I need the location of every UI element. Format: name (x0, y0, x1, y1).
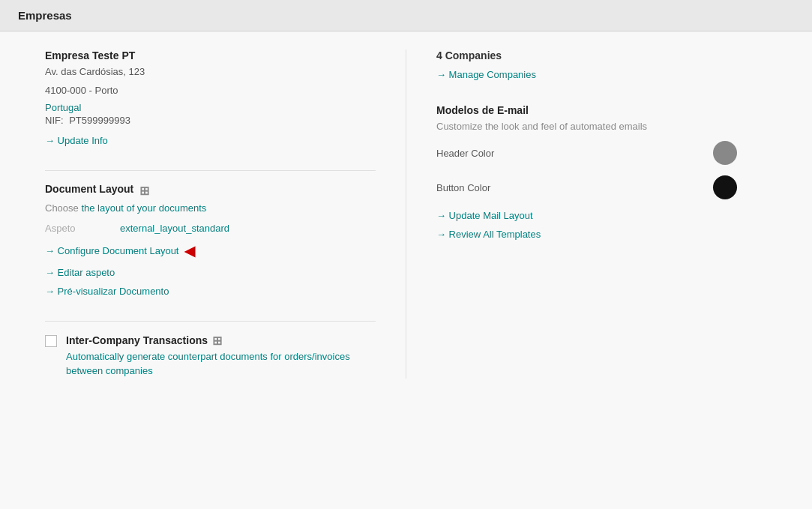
manage-companies-link[interactable]: → Manage Companies (436, 69, 767, 80)
inter-company-title: Inter-Company Transactions ⊞ (66, 334, 376, 348)
document-layout-subtitle: Choose the layout of your documents (45, 202, 376, 214)
company-address-line2: 4100-000 - Porto (45, 83, 376, 99)
layout-subtitle-link: the layout of your documents (81, 202, 206, 214)
document-layout-title-row: Document Layout ⊞ (45, 183, 376, 199)
company-nif: NIF: PT599999993 (45, 115, 376, 126)
editar-aspeto-link[interactable]: → Editar aspeto (45, 267, 376, 278)
company-address-line1: Av. das Cardósias, 123 (45, 64, 376, 80)
email-templates-title: Modelos de E-mail (436, 104, 767, 116)
aspeto-label: Aspeto (45, 223, 105, 234)
inter-company-description: Automatically generate counterpart docum… (66, 349, 376, 379)
update-info-link[interactable]: → Update Info (45, 135, 376, 146)
inter-company-text: Inter-Company Transactions ⊞ Automatical… (66, 334, 376, 379)
button-color-swatch[interactable] (713, 175, 737, 199)
company-name: Empresa Teste PT (45, 49, 376, 61)
inter-company-title-text: Inter-Company Transactions (66, 334, 208, 346)
page-header: Empresas (0, 0, 812, 31)
review-all-templates-link[interactable]: → Review All Templates (436, 229, 767, 240)
pre-visualizar-link[interactable]: → Pré-visualizar Documento (45, 286, 376, 297)
page-content: Empresa Teste PT Av. das Cardósias, 123 … (0, 31, 812, 397)
update-mail-layout-link[interactable]: → Update Mail Layout (436, 210, 767, 221)
header-color-swatch[interactable] (713, 141, 737, 165)
grid-icon: ⊞ (139, 184, 149, 198)
nif-label: NIF: (45, 115, 64, 126)
header-color-label: Header Color (436, 148, 494, 159)
companies-section: 4 Companies → Manage Companies (436, 49, 767, 80)
inter-company-grid-icon: ⊞ (212, 334, 222, 348)
aspeto-value: external_layout_standard (120, 223, 229, 234)
document-layout-section: Document Layout ⊞ Choose the layout of y… (45, 183, 376, 297)
inter-company-checkbox[interactable] (45, 335, 57, 347)
nif-value: PT599999993 (69, 115, 130, 126)
red-arrow-icon: ◀ (184, 243, 195, 259)
companies-count: 4 Companies (436, 49, 767, 61)
divider-2 (45, 321, 376, 322)
email-templates-section: Modelos de E-mail Customize the look and… (436, 104, 767, 240)
configure-link-row: → Configure Document Layout ◀ (45, 243, 376, 259)
document-layout-title: Document Layout (45, 183, 133, 195)
configure-document-layout-link[interactable]: → Configure Document Layout (45, 245, 178, 256)
page-title: Empresas (18, 9, 72, 22)
button-color-label: Button Color (436, 182, 490, 193)
left-column: Empresa Teste PT Av. das Cardósias, 123 … (45, 49, 406, 379)
company-info-section: Empresa Teste PT Av. das Cardósias, 123 … (45, 49, 376, 146)
aspeto-row: Aspeto external_layout_standard (45, 223, 376, 234)
company-country: Portugal (45, 102, 376, 113)
divider-1 (45, 170, 376, 171)
inter-company-section: Inter-Company Transactions ⊞ Automatical… (45, 334, 376, 379)
email-templates-subtitle: Customize the look and feel of automated… (436, 121, 767, 132)
button-color-row: Button Color (436, 175, 767, 199)
right-column: 4 Companies → Manage Companies Modelos d… (406, 49, 767, 379)
header-color-row: Header Color (436, 141, 767, 165)
